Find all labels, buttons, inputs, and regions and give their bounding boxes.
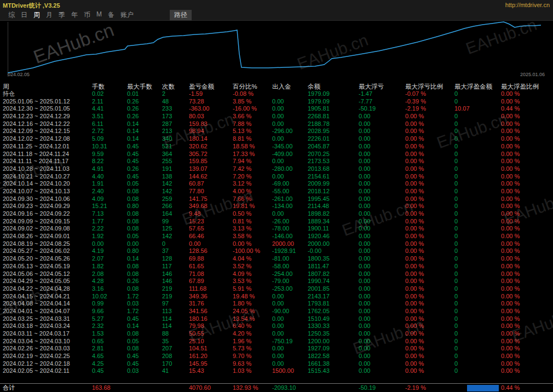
table-cell: 0.00 % xyxy=(405,151,424,158)
table-row[interactable]: 2024.04.15 ~ 2024.04.2110.021.72219349.3… xyxy=(0,293,553,301)
table-cell: 15.23 xyxy=(189,218,204,226)
table-cell: 37 xyxy=(162,247,169,255)
table-row[interactable]: 2024.10.28 ~ 2024.11.034.910.26191139.07… xyxy=(0,165,553,173)
table-row[interactable]: 2025.01.06 ~ 2025.01.122.110.264873.283.… xyxy=(0,98,553,106)
table-row[interactable]: 2024.02.12 ~ 2024.02.184.250.45170145.95… xyxy=(0,360,553,368)
table-cell: 2024.10.21 ~ 2024.10.27 xyxy=(3,173,70,181)
table-cell: 161.20 xyxy=(189,353,208,360)
table-cell: 4.04 % xyxy=(233,255,251,263)
table-cell: 340 xyxy=(162,135,172,143)
table-cell: 2013.68 xyxy=(308,165,330,173)
table-cell: 1990.74 xyxy=(308,278,330,285)
table-cell: 0.65 xyxy=(92,338,103,345)
menu-item-币[interactable]: 币 xyxy=(84,10,90,20)
table-cell: 0.08 xyxy=(127,330,139,338)
table-row[interactable]: 2024.12.23 ~ 2024.12.293.510.2617380.033… xyxy=(0,113,553,120)
table-cell: 3.52 % xyxy=(233,263,251,270)
menu-item-综[interactable]: 综 xyxy=(8,10,15,20)
table-row[interactable]: 2024.05.06 ~ 2024.05.122.080.0814671.084… xyxy=(0,270,553,278)
table-cell: 57.65 xyxy=(189,225,204,233)
table-row[interactable]: 持仓0.020.012-1.59-0.08 %1979.09-1.47-0.07… xyxy=(0,90,553,98)
table-row[interactable]: 2024.04.01 ~ 2024.04.079.661.72113341.56… xyxy=(0,308,553,315)
table-row[interactable]: 2024.09.16 ~ 2024.09.227.130.081649.480.… xyxy=(0,210,553,218)
menu-item-日[interactable]: 日 xyxy=(21,10,27,20)
table-cell: 0.00 % xyxy=(405,143,424,151)
table-cell: -50.19 xyxy=(359,105,376,113)
menu-item-账户[interactable]: 账户 xyxy=(120,10,134,20)
table-row[interactable]: 2024.04.29 ~ 2024.05.054.280.2614667.893… xyxy=(0,278,553,285)
table-cell: 48 xyxy=(162,98,169,106)
table-cell: 0.00 % xyxy=(405,120,424,128)
table-cell: 1200.00 xyxy=(308,338,330,345)
table-row[interactable]: 2024.02.19 ~ 2024.02.254.650.45208161.20… xyxy=(0,353,553,360)
table-row[interactable]: 2024.09.09 ~ 2024.09.151.770.089915.230.… xyxy=(0,218,553,226)
table-row[interactable]: 2024.05.20 ~ 2024.05.262.070.1412869.884… xyxy=(0,255,553,263)
table-row[interactable]: 2024.03.04 ~ 2024.03.100.650.053525.101.… xyxy=(0,338,553,345)
table-row[interactable]: 2024.10.07 ~ 2024.10.132.400.0814277.804… xyxy=(0,188,553,195)
table-row[interactable]: 2024.11.11 ~ 2024.11.178.220.45255159.85… xyxy=(0,158,553,165)
table-row[interactable]: 2024.02.26 ~ 2024.03.032.810.08207104.51… xyxy=(0,345,553,353)
table-cell: 191 xyxy=(162,165,172,173)
website-link[interactable]: http://mtdriver.cn xyxy=(505,2,550,8)
table-cell: -100.00 % xyxy=(233,247,260,255)
table-row[interactable]: 2024.10.21 ~ 2024.10.274.400.45138144.62… xyxy=(0,173,553,181)
table-row[interactable]: 2024.12.09 ~ 2024.12.152.720.1421398.945… xyxy=(0,128,553,135)
table-row[interactable]: 2024.11.18 ~ 2024.11.249.590.45364305.72… xyxy=(0,151,553,158)
table-cell: 4.25 xyxy=(92,360,103,368)
table-cell: -345.00 xyxy=(272,143,292,151)
table-cell: 0.00 % xyxy=(405,240,424,248)
table-row[interactable]: 2024.03.18 ~ 2024.03.242.320.1411479.986… xyxy=(0,322,553,330)
path-button[interactable]: 路径 xyxy=(170,10,192,20)
table-row[interactable]: 2024.09.30 ~ 2024.10.064.090.08259141.75… xyxy=(0,195,553,203)
table-cell: 4.40 xyxy=(92,173,103,181)
table-cell: 0.00 xyxy=(272,322,284,330)
table-cell: 142 xyxy=(162,188,172,195)
table-row[interactable]: 2024.12.02 ~ 2024.12.085.090.14340180.14… xyxy=(0,135,553,143)
table-cell: 合计 xyxy=(3,384,15,391)
table-cell: 0.45 xyxy=(127,143,139,151)
table-cell: 0.00 xyxy=(359,240,370,248)
table-cell: 0.00 % xyxy=(501,120,520,128)
table-cell: 0 xyxy=(454,180,458,188)
selected-cell-highlight[interactable] xyxy=(467,385,499,391)
table-cell: 0.00 % xyxy=(405,278,424,285)
table-row[interactable]: 2024.04.22 ~ 2024.04.283.160.08219111.68… xyxy=(0,285,553,293)
table-row[interactable]: 2024.12.16 ~ 2024.12.226.110.14287159.83… xyxy=(0,120,553,128)
table-row[interactable]: 2024.05.13 ~ 2024.05.191.820.0811761.653… xyxy=(0,263,553,270)
table-row[interactable]: 2024.11.25 ~ 2024.12.0110.310.45521320.6… xyxy=(0,143,553,151)
table-row[interactable]: 2024.10.14 ~ 2024.10.201.910.0514260.873… xyxy=(0,180,553,188)
table-row[interactable]: 2024.02.05 ~ 2024.02.110.450.034115.431.… xyxy=(0,367,553,375)
table-row[interactable]: 2024.05.27 ~ 2024.06.024.190.8037128.56-… xyxy=(0,247,553,255)
table-cell: 0.00 % xyxy=(501,360,520,368)
table-cell: 125 xyxy=(162,225,172,233)
table-cell: 0.00 xyxy=(272,293,284,301)
table-row[interactable]: 2024.08.19 ~ 2024.08.250.000.0000.000.00… xyxy=(0,240,553,248)
table-cell: -1.47 xyxy=(359,90,372,98)
table-cell: 364 xyxy=(162,151,172,158)
table-cell: 5.09 xyxy=(92,135,103,143)
table-row[interactable]: 2024.09.23 ~ 2024.09.2915.210.80266349.6… xyxy=(0,203,553,210)
menu-item-周[interactable]: 周 xyxy=(33,10,40,20)
menu-item-季[interactable]: 季 xyxy=(59,10,65,20)
table-cell: 0.50 % xyxy=(233,210,251,218)
menu-items: 综日周月季年币M备账户 xyxy=(8,10,134,20)
table-cell: 146 xyxy=(162,270,172,278)
menu-item-备[interactable]: 备 xyxy=(108,10,114,20)
table-row[interactable]: 2024.09.02 ~ 2024.09.082.220.0812557.653… xyxy=(0,225,553,233)
table-cell: 0.14 xyxy=(127,135,139,143)
table-row[interactable]: 2024.04.08 ~ 2024.04.140.990.039731.761.… xyxy=(0,300,553,308)
table-cell: 0.00 xyxy=(272,173,284,181)
table-row[interactable]: 2024.12.30 ~ 2025.01.054.410.26233-363.0… xyxy=(0,105,553,113)
table-cell: 0.08 xyxy=(127,225,139,233)
table-row[interactable]: 2024.08.26 ~ 2024.09.011.920.0514266.463… xyxy=(0,233,553,240)
table-cell: -90.00 xyxy=(272,308,289,315)
menu-item-M[interactable]: M xyxy=(96,10,102,20)
table-cell: -0.00 xyxy=(308,247,321,255)
menu-item-年[interactable]: 年 xyxy=(71,10,78,20)
table-row[interactable]: 2024.03.11 ~ 2024.03.171.530.088850.554.… xyxy=(0,330,553,338)
table-cell: 1.91 xyxy=(92,180,103,188)
column-header: 百分比% xyxy=(233,83,257,90)
table-row[interactable]: 2024.03.25 ~ 2024.03.315.270.45114180.16… xyxy=(0,315,553,323)
table-cell: 164 xyxy=(162,210,172,218)
menu-item-月[interactable]: 月 xyxy=(46,10,53,20)
